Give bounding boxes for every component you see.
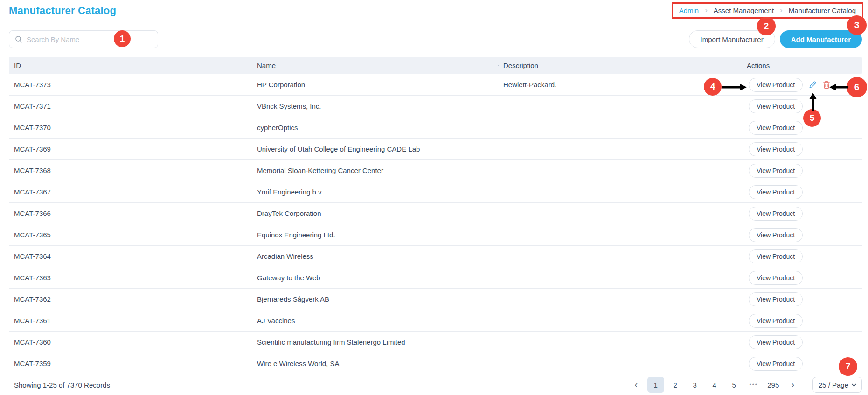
table-body: MCAT-7373 HP Corporation Hewlett-Packard… [9,74,862,374]
title-bar: Manufacturer Catalog Admin › Asset Manag… [0,0,868,21]
page-size-select[interactable]: 25 / Page [812,377,862,393]
manufacturer-table: ID Name Description Actions MCAT-7373 HP… [9,57,862,374]
view-product-button[interactable]: View Product [749,207,803,221]
cell-name: DrayTek Corporation [252,209,498,217]
view-product-button[interactable]: View Product [749,142,803,156]
edit-button[interactable] [808,80,817,90]
search-box[interactable] [9,30,158,48]
cell-id: MCAT-7365 [9,231,252,239]
pagination-page-2[interactable]: 2 [667,377,684,393]
table-row: MCAT-7361 AJ Vaccines View Product [9,310,862,332]
cell-actions: View Product [742,357,862,371]
breadcrumb-current: Manufacturer Catalog [789,7,856,14]
view-product-button[interactable]: View Product [749,164,803,178]
view-product-button[interactable]: View Product [749,314,803,328]
cell-id: MCAT-7363 [9,274,252,282]
page-size-value: 25 / Page [819,381,848,389]
cell-actions: View Product [742,228,862,242]
view-product-button[interactable]: View Product [749,78,803,92]
cell-name: Ymif Engineering b.v. [252,188,498,196]
pagination-page-295[interactable]: 295 [765,377,782,393]
toolbar: Import Manufacturer Add Manufacturer [0,21,868,57]
table-row: MCAT-7364 Arcadian Wireless View Product [9,246,862,267]
chevron-right-icon: › [780,6,783,15]
column-header-id: ID [9,62,252,69]
cell-id: MCAT-7367 [9,188,252,196]
view-product-button[interactable]: View Product [749,271,803,285]
cell-name: Memorial Sloan-Kettering Cancer Center [252,166,498,174]
breadcrumb-asset-management[interactable]: Asset Management [714,7,774,14]
delete-button[interactable] [822,80,831,90]
chevron-down-icon [851,381,856,387]
add-manufacturer-button[interactable]: Add Manufacturer [780,30,862,48]
cell-name: Arcadian Wireless [252,252,498,260]
cell-id: MCAT-7371 [9,102,252,110]
pencil-icon [808,80,817,89]
cell-actions: View Product [742,185,862,199]
view-product-button[interactable]: View Product [749,292,803,306]
table-row: MCAT-7359 Wire e Wireless World, SA View… [9,353,862,374]
breadcrumb: Admin › Asset Management › Manufacturer … [672,2,863,19]
pagination-prev-button[interactable]: ‹ [628,377,645,393]
cell-actions: View Product [742,207,862,221]
cell-name: cypherOptics [252,124,498,132]
pagination-next-button[interactable]: › [785,377,801,393]
pagination-page-4[interactable]: 4 [706,377,723,393]
trash-icon [822,80,831,89]
breadcrumb-admin[interactable]: Admin [679,7,699,14]
cell-id: MCAT-7366 [9,209,252,217]
table-row: MCAT-7373 HP Corporation Hewlett-Packard… [9,74,862,96]
row-tools [808,80,831,90]
cell-actions: View Product [742,78,862,92]
cell-id: MCAT-7359 [9,360,252,367]
view-product-button[interactable]: View Product [749,99,803,113]
cell-name: University of Utah College of Engineerin… [252,145,498,153]
cell-name: Scientific manufacturing firm Stalenergo… [252,338,498,346]
table-header-row: ID Name Description Actions [9,57,862,74]
records-summary: Showing 1-25 of 7370 Records [14,381,110,389]
table-row: MCAT-7363 Gateway to the Web View Produc… [9,267,862,289]
cell-id: MCAT-7373 [9,81,252,89]
page-title: Manufacturer Catalog [9,5,116,17]
cell-description: Hewlett-Packard. [498,81,742,89]
table-row: MCAT-7365 Equinox Engineering Ltd. View … [9,224,862,246]
cell-name: Bjernareds Sågverk AB [252,295,498,303]
pagination-page-3[interactable]: 3 [687,377,703,393]
search-icon [15,35,22,43]
column-header-description: Description [498,62,742,69]
cell-name: Wire e Wireless World, SA [252,360,498,367]
view-product-button[interactable]: View Product [749,228,803,242]
table-row: MCAT-7370 cypherOptics View Product [9,117,862,139]
cell-name: HP Corporation [252,81,498,89]
view-product-button[interactable]: View Product [749,249,803,263]
table-row: MCAT-7366 DrayTek Corporation View Produ… [9,203,862,224]
view-product-button[interactable]: View Product [749,357,803,371]
table-row: MCAT-7367 Ymif Engineering b.v. View Pro… [9,181,862,203]
column-header-actions: Actions [742,62,862,69]
cell-id: MCAT-7369 [9,145,252,153]
cell-actions: View Product [742,249,862,263]
table-row: MCAT-7369 University of Utah College of … [9,139,862,160]
cell-id: MCAT-7370 [9,124,252,132]
cell-actions: View Product [742,99,862,113]
view-product-button[interactable]: View Product [749,121,803,135]
cell-id: MCAT-7360 [9,338,252,346]
column-header-name: Name [252,62,498,69]
cell-name: Equinox Engineering Ltd. [252,231,498,239]
view-product-button[interactable]: View Product [749,185,803,199]
import-manufacturer-button[interactable]: Import Manufacturer [689,30,775,48]
cell-id: MCAT-7362 [9,295,252,303]
view-product-button[interactable]: View Product [749,335,803,349]
pagination-page-5[interactable]: 5 [726,377,743,393]
cell-actions: View Product [742,314,862,328]
table-row: MCAT-7362 Bjernareds Sågverk AB View Pro… [9,289,862,310]
cell-actions: View Product [742,121,862,135]
table-footer: Showing 1-25 of 7370 Records ‹ 12345•••2… [0,374,868,395]
manufacturer-catalog-page: Manufacturer Catalog Admin › Asset Manag… [0,0,868,395]
cell-actions: View Product [742,271,862,285]
search-input[interactable] [27,35,152,43]
pagination-ellipsis: ••• [745,377,762,393]
cell-id: MCAT-7368 [9,166,252,174]
pagination-page-1[interactable]: 1 [647,377,664,393]
table-row: MCAT-7360 Scientific manufacturing firm … [9,332,862,353]
